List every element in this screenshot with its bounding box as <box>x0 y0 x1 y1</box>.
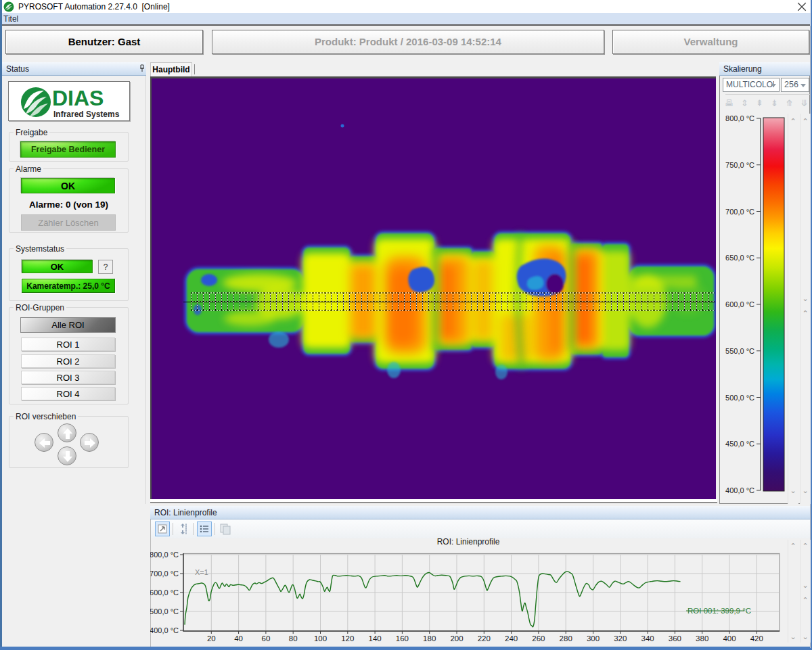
svg-text:260: 260 <box>532 634 545 643</box>
svg-text:600,0 °C: 600,0 °C <box>150 588 179 597</box>
svg-text:Infrared Systems: Infrared Systems <box>53 110 120 119</box>
svg-text:500,0 °C: 500,0 °C <box>725 394 754 402</box>
svg-text:ROI 001: 399,9 °C: ROI 001: 399,9 °C <box>687 607 751 615</box>
svg-text:300: 300 <box>587 634 600 643</box>
svg-text:120: 120 <box>341 634 354 643</box>
svg-text:700,0 °C: 700,0 °C <box>725 208 754 216</box>
svg-text:60: 60 <box>262 634 271 643</box>
svg-text:550,0 °C: 550,0 °C <box>725 347 754 355</box>
svg-text:180: 180 <box>423 634 436 643</box>
svg-text:100: 100 <box>314 634 327 643</box>
svg-text:500,0 °C: 500,0 °C <box>150 607 179 616</box>
svg-text:340: 340 <box>641 634 654 643</box>
svg-text:280: 280 <box>560 634 572 643</box>
svg-text:750,0 °C: 750,0 °C <box>725 161 754 169</box>
svg-text:600,0 °C: 600,0 °C <box>725 300 754 308</box>
svg-text:800,0 °C: 800,0 °C <box>725 114 754 122</box>
svg-text:650,0 °C: 650,0 °C <box>725 254 754 262</box>
svg-text:700,0 °C: 700,0 °C <box>150 570 179 578</box>
svg-text:DIAS: DIAS <box>52 86 104 110</box>
svg-text:360: 360 <box>669 634 681 643</box>
svg-text:240: 240 <box>505 634 518 643</box>
svg-text:140: 140 <box>369 634 382 643</box>
svg-text:20: 20 <box>207 634 216 643</box>
svg-text:450,0 °C: 450,0 °C <box>725 440 754 448</box>
svg-text:ROI: Linienprofile: ROI: Linienprofile <box>437 537 500 547</box>
svg-text:200: 200 <box>450 634 463 643</box>
svg-text:420: 420 <box>750 634 763 643</box>
svg-text:400,0 °C: 400,0 °C <box>150 626 179 634</box>
svg-text:320: 320 <box>614 634 627 643</box>
svg-text:800,0 °C: 800,0 °C <box>150 551 179 559</box>
svg-text:160: 160 <box>396 634 409 643</box>
svg-text:400: 400 <box>723 634 736 643</box>
svg-text:220: 220 <box>478 634 491 643</box>
svg-text:400,0 °C: 400,0 °C <box>725 486 754 494</box>
svg-text:40: 40 <box>234 634 243 643</box>
svg-text:380: 380 <box>696 634 708 643</box>
svg-text:80: 80 <box>289 634 298 643</box>
svg-text:X=1: X=1 <box>195 568 208 576</box>
